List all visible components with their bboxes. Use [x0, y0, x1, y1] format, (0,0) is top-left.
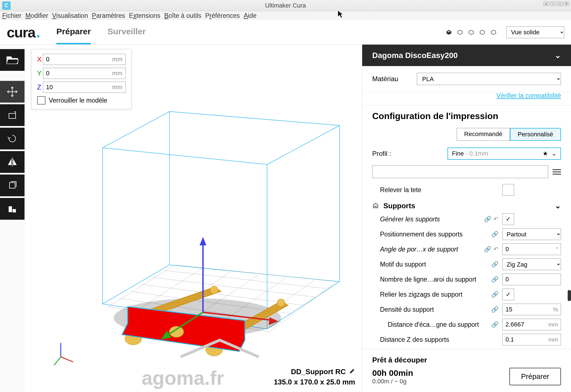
svg-line-11	[54, 357, 61, 365]
tool-spacer	[0, 72, 25, 81]
model-name-text: DD_Support RC	[291, 367, 346, 376]
menu-fichier[interactable]: Fichier	[2, 12, 21, 20]
svg-line-10	[61, 357, 73, 362]
undo-icon[interactable]: ↶	[493, 216, 499, 222]
profile-label: Profil :	[372, 150, 447, 158]
tab-recommended[interactable]: Recommandé	[457, 128, 510, 141]
supports-section-header[interactable]: Supports ⌄	[372, 199, 561, 213]
link-icon[interactable]: 🔗	[491, 231, 499, 238]
window-controls: ▴ – □ ✕	[543, 1, 569, 6]
mm-unit: mm	[548, 336, 558, 343]
mirror-tool[interactable]	[0, 151, 25, 173]
support-angle-input[interactable]	[502, 243, 561, 255]
generate-supports-label: Générer les supports	[372, 216, 484, 223]
view-xray-icon[interactable]	[456, 28, 464, 36]
tab-custom[interactable]: Personnalisé	[510, 128, 561, 141]
maximize-button[interactable]: □	[557, 1, 563, 6]
setting-relever-label: Relever la tete	[372, 186, 502, 194]
roll-up-button[interactable]: ▴	[543, 1, 549, 6]
profile-select[interactable]: Fine - 0.1mm ★ ⌄	[447, 147, 561, 160]
generate-supports-checkbox[interactable]: ✓	[502, 213, 514, 225]
link-icon[interactable]: 🔗	[491, 276, 499, 283]
supports-header-text: Supports	[383, 202, 415, 210]
menu-parametres[interactable]: Paramètres	[92, 12, 125, 20]
move-tool[interactable]	[0, 81, 25, 103]
undo-icon[interactable]: ↶	[493, 246, 499, 253]
tab-preparer[interactable]: Préparer	[56, 20, 91, 44]
rotate-tool[interactable]	[0, 128, 25, 149]
view-icon-5[interactable]	[490, 28, 497, 36]
print-config-section: Configuration de l'impression Recommandé…	[362, 105, 571, 349]
edit-name-icon[interactable]	[349, 367, 355, 376]
check-compatibility-link[interactable]: Vérifier la compatibilité	[497, 92, 561, 99]
model-info: DD_Support RC 135.0 x 170.0 x 25.0 mm	[274, 367, 355, 386]
settings-menu-icon[interactable]	[553, 165, 561, 178]
close-button[interactable]: ✕	[563, 1, 569, 6]
tab-surveiller[interactable]: Surveiller	[108, 20, 146, 44]
slice-bar: Prêt à découper 00h 00min 0.00m / ~ 0g P…	[362, 349, 571, 392]
support-angle-label: Angle de por…x de support	[372, 246, 484, 253]
toolbar: cura. Préparer Surveiller Vue solide	[0, 20, 571, 45]
link-icon[interactable]: 🔗	[484, 246, 491, 253]
view-solid-icon[interactable]	[445, 28, 453, 36]
settings-panel: Dagoma DiscoEasy200 ⌄ Matériau PLA Vérif…	[362, 45, 571, 392]
view-icon-4[interactable]	[478, 28, 486, 36]
per-model-tool[interactable]	[0, 175, 25, 196]
link-icon[interactable]: 🔗	[491, 261, 499, 268]
svg-text:agoma.fr: agoma.fr	[142, 367, 224, 389]
settings-search-input[interactable]	[372, 165, 548, 178]
tool-sidebar	[0, 45, 25, 392]
material-label: Matériau	[372, 75, 417, 83]
time-estimate: 00h 00min	[372, 368, 413, 378]
support-placement-select[interactable]: Partout	[502, 228, 561, 240]
setting-relever-checkbox[interactable]	[502, 184, 514, 196]
ready-to-slice-label: Prêt à découper	[372, 356, 561, 364]
svg-point-4	[210, 286, 218, 294]
view-mode-select[interactable]: Vue solide	[506, 26, 564, 38]
view-mode-icons: Vue solide	[445, 26, 564, 38]
menu-preferences[interactable]: Préférences	[205, 12, 240, 20]
link-icon[interactable]: 🔗	[491, 306, 499, 313]
connect-zigzag-checkbox[interactable]: ✓	[502, 289, 514, 300]
supports-icon	[372, 203, 379, 209]
chevron-down-icon: ⌄	[555, 51, 561, 60]
cura-logo: cura.	[7, 24, 40, 41]
config-title: Configuration de l'impression	[372, 111, 561, 121]
chevron-down-icon: ⌄	[555, 202, 561, 210]
material-usage: 0.00m / ~ 0g	[372, 378, 413, 385]
connect-zigzag-label: Relier les zigzags de support	[372, 291, 491, 298]
minimize-button[interactable]: –	[550, 1, 556, 6]
support-blocker-tool[interactable]	[0, 198, 25, 220]
menu-visualisation[interactable]: Visualisation	[52, 12, 88, 20]
printer-selector[interactable]: Dagoma DiscoEasy200 ⌄	[362, 45, 571, 66]
scale-tool[interactable]	[0, 104, 25, 126]
open-file-button[interactable]	[0, 49, 25, 71]
support-density-input[interactable]	[502, 304, 561, 315]
menu-boite[interactable]: Boîte à outils	[164, 12, 201, 20]
support-pattern-label: Motif du support	[372, 261, 491, 268]
viewport-3d[interactable]: X mm Y mm Z mm Verrouiller le modèle	[25, 45, 362, 392]
link-icon[interactable]: 🔗	[484, 216, 491, 222]
support-density-label: Densité du support	[372, 306, 491, 313]
prepare-button[interactable]: Préparer	[509, 368, 561, 385]
titlebar: C Ultimaker Cura ▴ – □ ✕	[0, 0, 571, 11]
model-dimensions: 135.0 x 170.0 x 25.0 mm	[274, 378, 355, 386]
support-wall-lines-input[interactable]	[502, 274, 561, 285]
scrollbar-thumb[interactable]	[568, 290, 571, 301]
link-icon[interactable]: 🔗	[491, 291, 499, 298]
menubar: Fichier Modifier Visualisation Paramètre…	[0, 11, 571, 20]
main-tabs: Préparer Surveiller	[56, 20, 146, 44]
support-placement-label: Positionnement des supports	[372, 231, 491, 238]
window-title: Ultimaker Cura	[265, 2, 306, 9]
link-icon[interactable]: 🔗	[491, 321, 499, 328]
view-layers-icon[interactable]	[467, 28, 475, 36]
menu-modifier[interactable]: Modifier	[25, 12, 48, 20]
build-volume-illustration: agoma.fr	[25, 45, 362, 392]
printer-name: Dagoma DiscoEasy200	[372, 51, 458, 60]
support-line-distance-label: Distance d'éca…gne du support	[372, 321, 491, 328]
material-select[interactable]: PLA	[417, 73, 561, 85]
menu-aide[interactable]: Aide	[244, 12, 257, 20]
menu-extensions[interactable]: Extensions	[129, 12, 160, 20]
support-pattern-select[interactable]: Zig Zag	[502, 258, 561, 270]
mm-unit: mm	[548, 321, 558, 328]
